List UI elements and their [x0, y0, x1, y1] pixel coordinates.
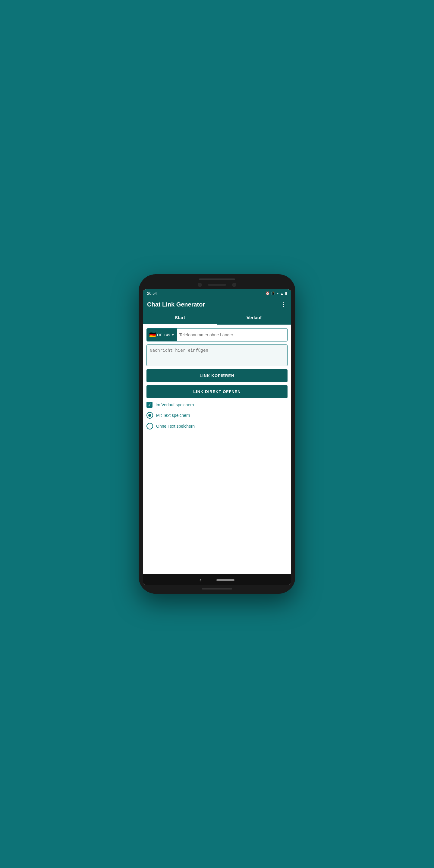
country-code: DE +49	[157, 333, 170, 337]
checkmark-icon: ✓	[148, 403, 151, 407]
open-link-button[interactable]: LINK DIREKT ÖFFNEN	[147, 385, 287, 398]
save-history-checkbox[interactable]: ✓	[147, 402, 153, 408]
phone-mockup: 20:54 ⏰ 📳 ▾ ▲ ▮ Chat Link Generator ⋮ St…	[138, 274, 296, 594]
country-flag: 🇩🇪	[149, 332, 156, 338]
app-bar: Chat Link Generator ⋮	[143, 298, 291, 311]
more-options-icon[interactable]: ⋮	[280, 301, 287, 308]
save-with-text-radio[interactable]	[147, 412, 153, 418]
battery-icon: ▮	[285, 291, 287, 296]
bottom-speaker	[202, 588, 232, 590]
camera-right	[232, 283, 236, 287]
save-history-row: ✓ Im Verlauf speichern	[147, 401, 287, 408]
country-selector[interactable]: 🇩🇪 DE +49 ▼	[147, 329, 177, 341]
phone-nav-bar: ‹	[143, 574, 291, 585]
status-time: 20:54	[147, 291, 157, 296]
status-bar: 20:54 ⏰ 📳 ▾ ▲ ▮	[143, 289, 291, 298]
tabs-row: Start Verlauf	[143, 311, 291, 324]
tab-start[interactable]: Start	[143, 311, 217, 324]
phone-screen: 20:54 ⏰ 📳 ▾ ▲ ▮ Chat Link Generator ⋮ St…	[143, 289, 291, 585]
copy-link-button[interactable]: LINK KOPIEREN	[147, 369, 287, 382]
phone-input-row: 🇩🇪 DE +49 ▼	[147, 328, 287, 341]
vibrate-icon: 📳	[271, 291, 276, 296]
app-title: Chat Link Generator	[147, 301, 205, 308]
back-button[interactable]: ‹	[199, 577, 201, 583]
content-area: 🇩🇪 DE +49 ▼ LINK KOPIEREN LINK DIREKT ÖF…	[143, 324, 291, 574]
message-textarea[interactable]	[147, 344, 287, 366]
camera-left	[198, 283, 202, 287]
radio-inner-filled	[148, 414, 151, 417]
alarm-icon: ⏰	[266, 291, 270, 296]
status-icons: ⏰ 📳 ▾ ▲ ▮	[266, 291, 287, 296]
save-history-label: Im Verlauf speichern	[156, 402, 194, 407]
signal-icon: ▲	[280, 292, 284, 296]
save-without-text-label: Ohne Text speichern	[156, 424, 195, 429]
wifi-icon: ▾	[277, 291, 279, 296]
dropdown-arrow-icon: ▼	[172, 333, 175, 337]
tab-verlauf[interactable]: Verlauf	[217, 311, 291, 324]
save-without-text-row: Ohne Text speichern	[147, 422, 287, 430]
save-with-text-label: Mit Text speichern	[156, 413, 190, 418]
phone-number-input[interactable]	[177, 330, 287, 340]
camera-row	[198, 283, 236, 287]
save-without-text-radio[interactable]	[147, 423, 153, 430]
save-with-text-row: Mit Text speichern	[147, 411, 287, 419]
top-speaker	[199, 278, 235, 280]
home-pill[interactable]	[216, 579, 235, 581]
speaker-grill	[208, 284, 226, 286]
